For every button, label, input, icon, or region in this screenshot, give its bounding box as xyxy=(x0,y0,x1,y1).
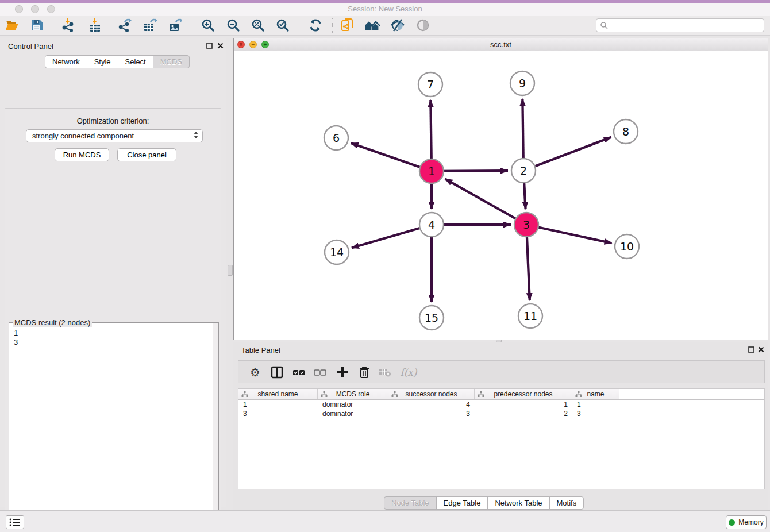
hide-selected-icon[interactable] xyxy=(390,18,405,33)
toolbar-separator xyxy=(332,18,333,33)
table-row[interactable]: 1dominator411 xyxy=(238,400,764,409)
tab-network[interactable]: Network xyxy=(45,55,87,68)
vertical-splitter-handle[interactable] xyxy=(228,265,233,276)
tree-icon xyxy=(321,391,328,400)
criterion-select[interactable]: strongly connected component xyxy=(26,129,203,142)
tree-icon xyxy=(241,391,248,400)
node-label-3: 3 xyxy=(523,218,530,231)
mcds-result-lines: 1 3 xyxy=(14,329,18,347)
close-table-panel-icon[interactable] xyxy=(757,346,765,353)
node-label-6: 6 xyxy=(333,132,340,144)
tab-node-table[interactable]: Node Table xyxy=(384,496,437,510)
edge-3-1[interactable] xyxy=(445,179,526,225)
close-panel-button[interactable]: Close panel xyxy=(117,148,176,161)
first-neighbors-icon[interactable] xyxy=(365,18,380,33)
show-columns-icon[interactable] xyxy=(270,365,284,380)
mcds-panel: Optimization criterion: strongly connect… xyxy=(5,108,221,532)
control-panel-title: Control Panel xyxy=(8,42,53,51)
criterion-select-value: strongly connected component xyxy=(32,132,134,140)
column-header-shared-name[interactable]: shared name xyxy=(238,389,318,399)
tab-edge-table[interactable]: Edge Table xyxy=(436,496,488,510)
optimization-criterion-label: Optimization criterion: xyxy=(5,117,221,125)
table-cell[interactable]: 3 xyxy=(238,409,318,418)
node-table: shared nameMCDS rolesuccessor nodesprede… xyxy=(238,388,765,489)
toolbar-separator xyxy=(56,18,56,33)
function-builder-icon: f(x) xyxy=(398,365,419,380)
memory-label: Memory xyxy=(738,518,763,526)
node-label-14: 14 xyxy=(330,246,344,259)
table-cell[interactable]: 1 xyxy=(475,400,572,409)
toolbar-separator xyxy=(111,18,111,33)
network-view-window: × − + scc.txt 7968124314101511 xyxy=(233,38,768,340)
float-table-panel-icon[interactable] xyxy=(748,346,755,353)
search-field[interactable] xyxy=(596,18,764,32)
result-scrollbar[interactable] xyxy=(213,323,218,532)
export-image-icon[interactable] xyxy=(168,18,183,33)
edge-3-10[interactable] xyxy=(526,225,612,243)
import-network-icon[interactable] xyxy=(60,18,75,33)
select-all-icon[interactable] xyxy=(291,365,306,380)
zoom-selected-icon[interactable] xyxy=(275,18,290,33)
close-panel-icon[interactable] xyxy=(217,42,224,49)
tree-icon xyxy=(391,391,398,400)
tab-mcds[interactable]: MCDS xyxy=(153,55,190,68)
fx-label: f(x) xyxy=(400,367,417,378)
memory-button[interactable]: Memory xyxy=(726,515,767,529)
table-cell[interactable]: 4 xyxy=(388,400,475,409)
tab-select[interactable]: Select xyxy=(118,55,153,68)
zoom-in-icon[interactable] xyxy=(201,18,215,33)
search-input[interactable] xyxy=(608,21,764,30)
network-graph[interactable]: 7968124314101511 xyxy=(234,51,768,340)
tab-motifs[interactable]: Motifs xyxy=(549,496,584,510)
tree-icon xyxy=(575,391,582,400)
table-cell[interactable]: dominator xyxy=(318,400,388,409)
table-cell[interactable]: 2 xyxy=(475,409,572,418)
delete-column-icon[interactable] xyxy=(357,365,372,380)
table-cell[interactable]: 1 xyxy=(238,400,318,409)
deselect-all-icon[interactable] xyxy=(313,365,328,380)
column-header-successor-nodes[interactable]: successor nodes xyxy=(388,389,475,399)
clone-network-icon[interactable] xyxy=(340,18,355,33)
memory-status-icon xyxy=(729,519,735,526)
table-body: 1dominator4113dominator323 xyxy=(238,400,764,418)
status-bar xyxy=(0,510,770,532)
table-panel-title: Table Panel xyxy=(241,346,280,354)
refresh-icon[interactable] xyxy=(308,18,323,33)
task-history-button[interactable] xyxy=(6,515,24,529)
mcds-result-title: MCDS result (2 nodes) xyxy=(13,318,92,327)
column-header-predecessor-nodes[interactable]: predecessor nodes xyxy=(475,389,572,399)
float-panel-icon[interactable] xyxy=(206,42,213,49)
tab-style[interactable]: Style xyxy=(87,55,118,68)
show-all-icon[interactable] xyxy=(415,18,430,33)
add-column-icon[interactable] xyxy=(335,365,350,380)
open-file-icon[interactable] xyxy=(5,18,20,33)
table-header-row: shared nameMCDS rolesuccessor nodesprede… xyxy=(238,389,764,400)
node-label-1: 1 xyxy=(428,165,435,178)
toolbar-separator xyxy=(194,18,194,33)
node-label-7: 7 xyxy=(427,78,434,91)
table-cell[interactable]: 3 xyxy=(388,409,475,418)
edge-2-8[interactable] xyxy=(523,137,611,171)
run-mcds-button[interactable]: Run MCDS xyxy=(55,148,109,161)
table-cell[interactable]: 3 xyxy=(572,409,619,418)
zoom-out-icon[interactable] xyxy=(226,18,241,33)
node-label-2: 2 xyxy=(520,164,527,177)
chevron-up-down-icon xyxy=(194,132,198,138)
table-cell[interactable]: 1 xyxy=(572,400,619,409)
tab-network-table[interactable]: Network Table xyxy=(487,496,549,510)
table-row[interactable]: 3dominator323 xyxy=(238,409,764,418)
column-header-MCDS-role[interactable]: MCDS role xyxy=(318,389,388,399)
column-header-name[interactable]: name xyxy=(572,389,619,399)
export-table-icon[interactable] xyxy=(143,18,157,33)
export-network-icon[interactable] xyxy=(117,18,132,33)
table-options-icon[interactable]: ⚙ xyxy=(248,365,263,380)
mcds-result-box: MCDS result (2 nodes) 1 3 xyxy=(9,322,219,532)
delete-table-icon xyxy=(378,365,392,380)
table-cell[interactable]: dominator xyxy=(318,409,388,418)
zoom-fit-icon[interactable] xyxy=(251,18,265,33)
control-panel-tabs: NetworkStyleSelectMCDS xyxy=(45,55,190,68)
edge-1-6[interactable] xyxy=(351,143,432,171)
table-tabs: Node TableEdge TableNetwork TableMotifs xyxy=(384,496,584,510)
import-table-icon[interactable] xyxy=(87,18,102,33)
save-session-icon[interactable] xyxy=(29,18,44,33)
